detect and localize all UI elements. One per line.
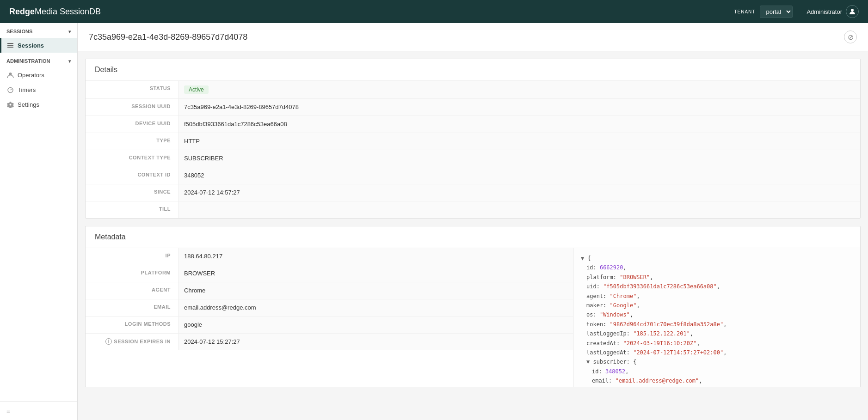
timers-label: Timers: [18, 86, 36, 93]
sessions-chevron: ▾: [68, 29, 71, 34]
header: RedgeMedia SessionDB TENANT portal Admin…: [0, 0, 868, 23]
session-uuid-label: SESSION UUID: [86, 99, 178, 116]
sidebar-item-sessions[interactable]: Sessions: [0, 38, 77, 53]
sidebar-collapse-button[interactable]: ≡: [0, 402, 77, 420]
json-collapse-subscriber[interactable]: ▼: [586, 357, 590, 366]
logo-product: Media SessionDB: [35, 7, 101, 16]
operators-icon: [6, 71, 14, 79]
sidebar-item-operators[interactable]: Operators: [0, 67, 77, 82]
settings-label: Settings: [18, 101, 39, 108]
json-platform: platform: "BROWSER",: [581, 273, 853, 282]
details-title: Details: [86, 59, 860, 81]
json-maker: maker: "Google",: [581, 301, 853, 310]
device-uuid-value: f505dbf3933661da1c7286c53ea66a08: [178, 116, 860, 133]
metadata-row-email: EMAIL email.address@redge.com: [86, 299, 573, 317]
details-row-since: SINCE 2024-07-12 14:57:27: [86, 184, 860, 201]
details-row-session-uuid: SESSION UUID 7c35a969-e2a1-4e3d-8269-896…: [86, 99, 860, 116]
admin-section-header[interactable]: ADMINISTRATION ▾: [0, 53, 77, 67]
metadata-row-login-methods: LOGIN METHODS google: [86, 317, 573, 334]
platform-label: PLATFORM: [86, 265, 178, 282]
session-expires-label: iSESSION EXPIRES IN: [86, 334, 178, 350]
json-token: token: "9862d964cd701c70ec39f8da8a352a8e…: [581, 320, 853, 329]
admin-chevron: ▾: [68, 59, 71, 64]
page-actions: ⊘: [844, 30, 857, 43]
sidebar: SESSIONS ▾ Sessions ADMINISTRATION ▾: [0, 23, 78, 420]
type-value: HTTP: [178, 133, 860, 150]
sidebar-item-settings[interactable]: Settings: [0, 97, 77, 112]
email-value: email.address@redge.com: [178, 299, 573, 316]
json-viewer: ▼ { id: 6662920, platform: "BROWSER", ui…: [573, 248, 860, 387]
page-header: 7c35a969-e2a1-4e3d-8269-89657d7d4078 ⊘: [78, 23, 868, 51]
sessions-section-header[interactable]: SESSIONS ▾: [0, 23, 77, 38]
login-methods-value: google: [178, 317, 573, 333]
json-subscriber-tester: tester: true,: [581, 385, 853, 387]
info-icon[interactable]: i: [105, 338, 112, 345]
ip-label: IP: [86, 248, 178, 265]
context-id-label: CONTEXT ID: [86, 167, 178, 184]
app-logo: RedgeMedia SessionDB: [9, 7, 734, 17]
metadata-row-platform: PLATFORM BROWSER: [86, 265, 573, 282]
tenant-label: TENANT: [734, 9, 755, 14]
device-uuid-label: DEVICE UUID: [86, 116, 178, 133]
json-agent: agent: "Chrome",: [581, 292, 853, 301]
app-body: SESSIONS ▾ Sessions ADMINISTRATION ▾: [0, 23, 868, 420]
json-subscriber-email: email: "email.address@redge.com",: [581, 376, 853, 385]
details-card: Details STATUS Active SESSION UUID 7c35a…: [85, 59, 861, 219]
main-content: 7c35a969-e2a1-4e3d-8269-89657d7d4078 ⊘ D…: [78, 23, 868, 420]
metadata-table: IP 188.64.80.217 PLATFORM BROWSER AGENT …: [86, 248, 573, 350]
json-id: id: 6662920,: [581, 263, 853, 272]
admin-section: Administrator: [806, 5, 859, 18]
platform-value: BROWSER: [178, 265, 573, 282]
admin-section-label: ADMINISTRATION: [6, 58, 50, 64]
svg-line-7: [10, 89, 12, 90]
metadata-body: IP 188.64.80.217 PLATFORM BROWSER AGENT …: [86, 248, 860, 387]
login-methods-label: LOGIN METHODS: [86, 317, 178, 333]
till-label: TILL: [86, 201, 178, 218]
json-lastloggedat: lastLoggedAt: "2024-07-12T14:57:27+02:00…: [581, 348, 853, 357]
context-id-value: 348052: [178, 167, 860, 184]
svg-rect-3: [7, 47, 13, 48]
logo-brand: Redge: [9, 7, 35, 16]
action-icon-circle[interactable]: ⊘: [844, 30, 857, 43]
agent-value: Chrome: [178, 282, 573, 299]
operators-label: Operators: [18, 72, 44, 79]
status-label: STATUS: [86, 81, 178, 98]
tenant-select[interactable]: portal: [760, 6, 793, 18]
metadata-row-agent: AGENT Chrome: [86, 282, 573, 299]
svg-point-0: [851, 9, 854, 12]
settings-icon: [6, 101, 14, 108]
since-value: 2024-07-12 14:57:27: [178, 184, 860, 201]
json-collapse-root[interactable]: ▼: [581, 254, 584, 263]
metadata-fields: IP 188.64.80.217 PLATFORM BROWSER AGENT …: [86, 248, 573, 387]
agent-label: AGENT: [86, 282, 178, 299]
context-type-value: SUBSCRIBER: [178, 150, 860, 167]
till-value: [178, 201, 860, 218]
session-expires-value: 2024-07-12 15:27:27: [178, 334, 573, 350]
json-createdat: createdAt: "2024-03-19T16:10:20Z",: [581, 339, 853, 348]
details-row-context-type: CONTEXT TYPE SUBSCRIBER: [86, 150, 860, 167]
tenant-section: TENANT portal: [734, 6, 793, 18]
svg-rect-2: [7, 45, 13, 46]
session-uuid-value: 7c35a969-e2a1-4e3d-8269-89657d7d4078: [178, 99, 860, 116]
details-row-status: STATUS Active: [86, 81, 860, 99]
admin-icon[interactable]: [846, 5, 859, 18]
email-label: EMAIL: [86, 299, 178, 316]
json-subscriber-id: id: 348052,: [581, 367, 853, 376]
json-os: os: "Windows",: [581, 310, 853, 319]
details-row-type: TYPE HTTP: [86, 133, 860, 150]
admin-label: Administrator: [806, 8, 842, 15]
details-row-device-uuid: DEVICE UUID f505dbf3933661da1c7286c53ea6…: [86, 116, 860, 133]
json-lastloggedip: lastLoggedIp: "185.152.122.201",: [581, 329, 853, 338]
metadata-row-ip: IP 188.64.80.217: [86, 248, 573, 265]
metadata-title: Metadata: [86, 226, 860, 248]
sidebar-item-timers[interactable]: Timers: [0, 82, 77, 97]
details-row-context-id: CONTEXT ID 348052: [86, 167, 860, 184]
svg-rect-1: [7, 43, 13, 44]
page-title: 7c35a969-e2a1-4e3d-8269-89657d7d4078: [89, 32, 247, 42]
status-badge: Active: [184, 85, 209, 94]
json-uid: uid: "f505dbf3933661da1c7286c53ea66a08",: [581, 282, 853, 291]
context-type-label: CONTEXT TYPE: [86, 150, 178, 167]
json-line-open: ▼ {: [581, 254, 853, 263]
details-row-till: TILL: [86, 201, 860, 218]
status-value: Active: [178, 81, 860, 98]
